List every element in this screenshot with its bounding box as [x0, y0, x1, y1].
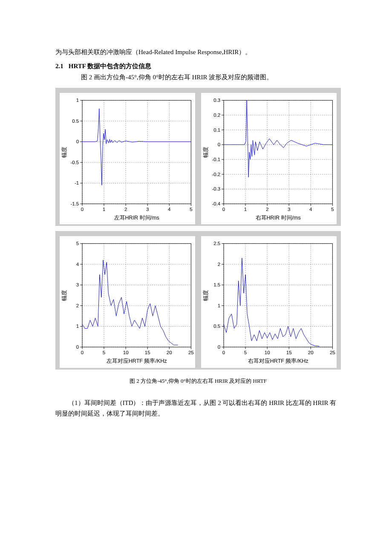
- svg-text:5: 5: [331, 207, 334, 212]
- svg-text:右耳对应HRTF 频率/KHz: 右耳对应HRTF 频率/KHz: [248, 358, 308, 364]
- section-2-1-heading: 2.1HRTF 数据中包含的方位信息: [55, 62, 341, 70]
- svg-text:3: 3: [76, 283, 79, 288]
- svg-text:0: 0: [81, 350, 84, 355]
- svg-text:1: 1: [76, 324, 79, 329]
- svg-text:25: 25: [330, 350, 335, 355]
- section-2-1-paragraph: 图 2 画出方位角-45°,仰角 0°时的左右耳 HRIR 波形及对应的频谱图。: [55, 72, 341, 83]
- svg-rect-39: [224, 100, 332, 204]
- svg-text:2.5: 2.5: [213, 241, 220, 246]
- svg-text:4: 4: [168, 207, 171, 212]
- svg-text:幅度: 幅度: [202, 290, 209, 301]
- svg-text:15: 15: [145, 350, 150, 355]
- svg-text:0.1: 0.1: [213, 127, 220, 133]
- svg-text:20: 20: [167, 350, 172, 355]
- svg-text:幅度: 幅度: [61, 290, 67, 301]
- itd-paragraph: （1）耳间时间差（ITD）：由于声源靠近左耳，从图 2 可以看出右耳的 HRIR…: [55, 398, 341, 419]
- chart-left-hrtf: 0510152025012345左耳对应HRTF 频率/KHz幅度: [60, 236, 195, 367]
- figure-2-row-1: 012345-1.5-1-0.500.51左耳HRIR 时间/ms幅度 0123…: [55, 88, 341, 226]
- svg-text:0: 0: [76, 344, 79, 350]
- chart-right-hrir: 012345-0.4-0.3-0.2-0.100.10.20.3右耳HRIR 时…: [201, 93, 337, 224]
- svg-text:1: 1: [76, 98, 79, 103]
- svg-text:幅度: 幅度: [61, 147, 67, 158]
- svg-text:幅度: 幅度: [202, 147, 209, 158]
- svg-text:右耳HRIR  时间/ms: 右耳HRIR 时间/ms: [256, 215, 301, 221]
- svg-text:4: 4: [76, 262, 79, 267]
- svg-text:5: 5: [244, 350, 247, 355]
- svg-text:0: 0: [81, 207, 84, 212]
- svg-text:0: 0: [76, 139, 79, 144]
- svg-text:1.5: 1.5: [213, 283, 220, 288]
- svg-text:左耳HRIR  时间/ms: 左耳HRIR 时间/ms: [114, 215, 159, 221]
- svg-text:0.5: 0.5: [213, 324, 220, 329]
- figure-2-caption: 图 2 方位角-45°,仰角 0°时的左右耳 HRIR 及对应的 HRTF: [55, 377, 341, 385]
- svg-text:5: 5: [76, 241, 79, 246]
- svg-text:4: 4: [309, 207, 312, 212]
- chart-right-hrtf: 051015202500.511.522.5右耳对应HRTF 频率/KHz幅度: [201, 236, 337, 367]
- svg-text:-0.3: -0.3: [212, 186, 220, 191]
- svg-text:2: 2: [266, 207, 268, 212]
- svg-rect-0: [82, 100, 191, 204]
- svg-text:10: 10: [265, 350, 270, 355]
- section-number: 2.1: [55, 63, 63, 70]
- figure-2-row-2: 0510152025012345左耳对应HRTF 频率/KHz幅度 051015…: [55, 231, 341, 369]
- svg-text:2: 2: [76, 303, 79, 308]
- svg-text:0: 0: [222, 207, 225, 212]
- svg-rect-84: [82, 244, 191, 347]
- svg-text:3: 3: [288, 207, 290, 212]
- svg-text:25: 25: [188, 350, 194, 355]
- svg-text:2: 2: [218, 262, 220, 267]
- svg-text:0.3: 0.3: [213, 98, 220, 103]
- svg-text:1: 1: [218, 303, 220, 308]
- svg-rect-123: [224, 244, 332, 347]
- svg-text:0: 0: [222, 350, 225, 355]
- svg-text:3: 3: [146, 207, 149, 212]
- svg-text:左耳对应HRTF 频率/KHz: 左耳对应HRTF 频率/KHz: [107, 358, 167, 364]
- chart-left-hrir: 012345-1.5-1-0.500.51左耳HRIR 时间/ms幅度: [60, 93, 195, 224]
- svg-text:5: 5: [103, 350, 105, 355]
- section-title: HRTF 数据中包含的方位信息: [69, 63, 151, 69]
- svg-text:-0.1: -0.1: [212, 157, 220, 162]
- svg-text:0.5: 0.5: [72, 119, 79, 124]
- svg-text:-0.4: -0.4: [212, 201, 220, 206]
- intro-paragraph-tail: 为与头部相关联的冲激响应（Head-Related Impulse Respon…: [55, 47, 341, 58]
- svg-text:15: 15: [286, 350, 292, 355]
- svg-text:0.2: 0.2: [213, 113, 220, 118]
- svg-text:0: 0: [218, 142, 220, 147]
- svg-text:2: 2: [124, 207, 127, 212]
- svg-text:5: 5: [190, 207, 192, 212]
- svg-text:1: 1: [103, 207, 105, 212]
- svg-text:-0.2: -0.2: [212, 172, 220, 177]
- svg-text:-1: -1: [75, 180, 79, 185]
- svg-text:-0.5: -0.5: [70, 160, 79, 165]
- svg-text:1: 1: [244, 207, 247, 212]
- svg-text:10: 10: [123, 350, 129, 355]
- svg-text:-1.5: -1.5: [70, 201, 79, 206]
- svg-text:0: 0: [218, 344, 220, 350]
- svg-text:20: 20: [308, 350, 314, 355]
